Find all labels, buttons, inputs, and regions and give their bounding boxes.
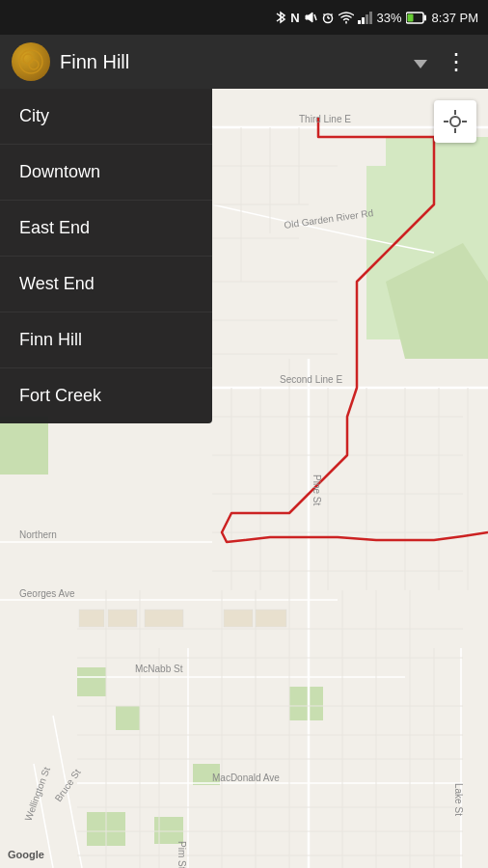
wifi-icon — [339, 12, 354, 24]
app-bar: Finn Hill ⋮ — [0, 35, 488, 89]
svg-rect-22 — [77, 667, 106, 696]
second-line-label: Second Line E — [280, 374, 342, 385]
svg-rect-9 — [366, 14, 368, 24]
northern-label: Northern — [19, 529, 57, 540]
lake-st-label: Lake St — [453, 783, 464, 816]
svg-rect-19 — [386, 137, 488, 253]
svg-rect-10 — [369, 12, 372, 24]
svg-marker-0 — [306, 13, 312, 22]
svg-rect-23 — [116, 706, 140, 730]
svg-rect-59 — [145, 610, 183, 627]
google-logo: Google — [8, 849, 44, 860]
svg-line-5 — [323, 14, 325, 16]
battery-icon — [406, 12, 427, 24]
svg-point-16 — [29, 60, 39, 69]
status-time: 8:37 PM — [432, 11, 478, 25]
bluetooth-icon — [275, 10, 286, 25]
svg-point-15 — [23, 54, 33, 64]
battery-percent: 33% — [377, 11, 402, 25]
svg-rect-57 — [79, 610, 104, 627]
svg-rect-24 — [289, 687, 323, 720]
map-container[interactable]: Third Line E Old Garden River Rd Second … — [0, 89, 488, 868]
menu-item-downtown[interactable]: Downtown — [0, 145, 212, 201]
svg-line-6 — [331, 14, 333, 16]
location-button[interactable] — [434, 100, 476, 143]
signal-icon — [358, 11, 373, 24]
svg-point-85 — [450, 117, 460, 126]
dropdown-menu: City Downtown East End West End Finn Hil… — [0, 89, 212, 423]
menu-item-west-end[interactable]: West End — [0, 257, 212, 312]
menu-item-fort-creek[interactable]: Fort Creek — [0, 368, 212, 423]
pine-st-label: Pine St — [312, 475, 322, 505]
svg-rect-8 — [362, 17, 365, 24]
menu-item-finn-hill[interactable]: Finn Hill — [0, 312, 212, 368]
svg-rect-60 — [224, 610, 253, 627]
menu-item-east-end[interactable]: East End — [0, 201, 212, 257]
macdonald-label: MacDonald Ave — [212, 773, 280, 783]
overflow-menu-button[interactable]: ⋮ — [437, 46, 476, 77]
svg-rect-58 — [108, 610, 137, 627]
mute-icon — [304, 11, 317, 24]
app-title[interactable]: Finn Hill — [60, 51, 408, 73]
network-icon: N — [290, 11, 299, 25]
app-logo — [12, 42, 50, 81]
alarm-icon — [321, 11, 335, 24]
svg-line-1 — [314, 14, 316, 20]
svg-rect-7 — [358, 20, 361, 24]
georges-ave-label: Georges Ave — [19, 588, 75, 599]
mcnabb-label: McNabb St — [135, 664, 183, 674]
svg-rect-61 — [256, 610, 286, 627]
location-icon — [442, 108, 469, 135]
dropdown-arrow-icon[interactable] — [414, 60, 427, 68]
status-bar: N 33% — [0, 0, 488, 35]
third-line-label: Third Line E — [299, 114, 351, 124]
svg-point-14 — [19, 50, 42, 73]
svg-rect-21 — [0, 417, 48, 475]
logo-svg — [18, 49, 43, 74]
svg-rect-12 — [423, 14, 426, 20]
menu-item-city[interactable]: City — [0, 89, 212, 145]
status-icons: N 33% — [275, 10, 426, 25]
pim-st-label: Pim St — [176, 841, 187, 868]
svg-rect-13 — [407, 14, 413, 21]
